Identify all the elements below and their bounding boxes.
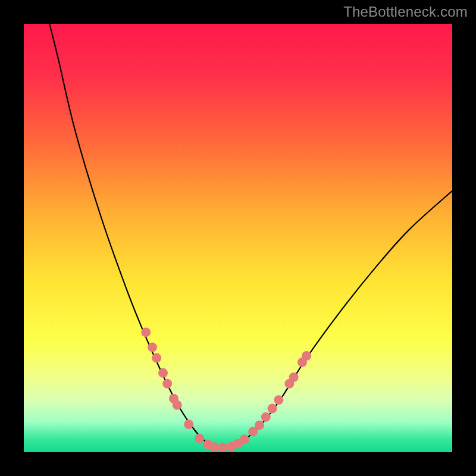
data-markers: [141, 327, 311, 452]
curve-right: [217, 191, 452, 448]
data-marker: [218, 443, 228, 452]
data-marker: [152, 353, 161, 363]
watermark-text: TheBottleneck.com: [343, 4, 468, 20]
data-marker: [255, 421, 264, 430]
data-marker: [209, 442, 219, 452]
data-marker: [302, 351, 311, 361]
data-marker: [141, 327, 151, 337]
plot-area: [24, 24, 452, 452]
data-marker: [158, 368, 168, 378]
data-marker: [162, 379, 172, 389]
data-marker: [184, 419, 193, 429]
data-marker: [148, 343, 157, 352]
data-marker: [274, 395, 283, 405]
curve-left: [49, 24, 217, 448]
data-marker: [261, 412, 271, 422]
data-marker: [289, 372, 299, 382]
data-marker: [173, 400, 182, 410]
data-marker: [240, 434, 249, 444]
curve-layer: [24, 24, 452, 452]
data-marker: [195, 434, 204, 443]
chart-frame: TheBottleneck.com: [0, 0, 476, 476]
data-marker: [268, 404, 277, 414]
